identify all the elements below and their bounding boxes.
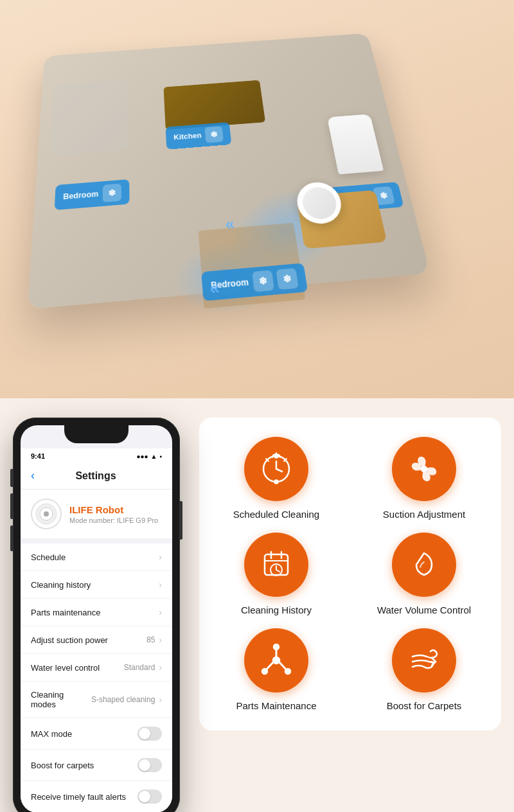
cleaning-modes-value: S-shaped cleaning bbox=[91, 695, 155, 704]
svg-point-6 bbox=[275, 455, 278, 458]
settings-item-water-level[interactable]: Water level control Standard › bbox=[21, 654, 172, 682]
kitchen-label-text: Kitchen bbox=[173, 132, 202, 142]
settings-list: Schedule › Cleaning history › Parts main… bbox=[21, 543, 172, 812]
room-label-bedroom-top: Bedroom ❄ bbox=[55, 179, 130, 210]
phone-button-power bbox=[180, 501, 182, 540]
cleaning-history-icon-circle bbox=[244, 533, 308, 597]
cleaning-history-label: Cleaning history bbox=[31, 580, 159, 590]
settings-item-max-mode[interactable]: MAX mode bbox=[21, 718, 172, 750]
clock-icon bbox=[260, 452, 293, 486]
battery-icon: ▪ bbox=[159, 453, 162, 460]
svg-point-24 bbox=[262, 669, 267, 674]
phone-notch bbox=[64, 425, 128, 443]
feature-parts-maintenance[interactable]: Parts Maintenance bbox=[212, 628, 341, 711]
water-volume-icon-circle bbox=[392, 533, 456, 597]
parts-maintenance-icon-circle bbox=[244, 628, 308, 693]
boost-carpets-toggle[interactable] bbox=[137, 758, 162, 772]
suction-power-chevron: › bbox=[159, 635, 162, 645]
parts-maintenance-chevron: › bbox=[159, 607, 162, 617]
cleaning-history-chevron: › bbox=[159, 579, 162, 590]
scheduled-cleaning-icon-circle bbox=[244, 437, 308, 501]
water-level-value: Standard bbox=[124, 663, 155, 672]
bottom-section: 9:41 ●●● ▲ ▪ ‹ Settings bbox=[0, 398, 514, 812]
parts-maintenance-label: Parts maintenance bbox=[31, 608, 159, 617]
gear-maintenance-icon bbox=[260, 644, 293, 677]
water-volume-label: Water Volume Control bbox=[377, 605, 471, 615]
boost-carpets-label: Boost for Carpets bbox=[387, 700, 462, 711]
room-label-kitchen: Kitchen ❄ bbox=[166, 122, 232, 150]
cleaning-modes-chevron: › bbox=[159, 694, 162, 705]
fault-alerts-toggle[interactable] bbox=[137, 790, 162, 804]
settings-header: ‹ Settings bbox=[21, 463, 172, 490]
device-name: ILIFE Robot bbox=[69, 504, 158, 515]
parts-maintenance-label: Parts Maintenance bbox=[236, 700, 316, 711]
svg-point-2 bbox=[44, 511, 49, 516]
device-icon bbox=[31, 499, 62, 529]
bedroom-bottom-icon-2: ❄ bbox=[276, 268, 298, 290]
fault-alerts-label: Receive timely fault alerts bbox=[31, 792, 137, 802]
settings-item-parts-maintenance[interactable]: Parts maintenance › bbox=[21, 599, 172, 626]
settings-item-cleaning-history[interactable]: Cleaning history › bbox=[21, 571, 172, 599]
scheduled-cleaning-label: Scheduled Cleaning bbox=[233, 509, 319, 520]
kitchen-counter bbox=[164, 80, 266, 130]
status-icons: ●●● ▲ ▪ bbox=[136, 453, 162, 460]
phone-button-volume-down bbox=[10, 525, 13, 551]
svg-line-5 bbox=[276, 469, 282, 472]
status-bar: 9:41 ●●● ▲ ▪ bbox=[21, 448, 172, 463]
max-mode-label: MAX mode bbox=[31, 729, 137, 739]
settings-item-boost-carpets[interactable]: Boost for carpets bbox=[21, 750, 172, 781]
svg-point-25 bbox=[285, 669, 290, 674]
settings-item-fault-alerts[interactable]: Receive timely fault alerts bbox=[21, 781, 172, 812]
feature-boost-carpets[interactable]: Boost for Carpets bbox=[360, 628, 488, 711]
water-icon bbox=[407, 548, 441, 581]
arrow-indicator-1: « bbox=[224, 215, 235, 234]
cleaning-history-label: Cleaning History bbox=[241, 605, 312, 615]
cleaning-modes-label: Cleaning modes bbox=[31, 690, 91, 709]
fan-icon bbox=[407, 452, 441, 486]
settings-title: Settings bbox=[42, 470, 149, 482]
settings-item-suction-power[interactable]: Adjust suction power 85 › bbox=[21, 626, 172, 654]
feature-water-volume[interactable]: Water Volume Control bbox=[360, 533, 488, 615]
phone-button-mute bbox=[10, 469, 13, 487]
max-mode-toggle[interactable] bbox=[137, 727, 162, 741]
signal-icon: ●●● bbox=[136, 453, 148, 460]
calendar-icon bbox=[260, 548, 293, 581]
suction-power-label: Adjust suction power bbox=[31, 635, 146, 645]
svg-point-7 bbox=[275, 481, 278, 484]
arrow-indicator-2: « bbox=[209, 278, 220, 299]
phone-screen: 9:41 ●●● ▲ ▪ ‹ Settings bbox=[21, 425, 172, 812]
wind-icon bbox=[407, 644, 441, 677]
room-visualization: Kitchen ❄ Bedroom ❄ Living room ❄ Bedroo… bbox=[39, 19, 475, 379]
phone-button-volume-up bbox=[10, 493, 13, 519]
docking-station bbox=[327, 114, 384, 174]
boost-carpets-label: Boost for carpets bbox=[31, 761, 137, 770]
device-details: ILIFE Robot Mode number: ILIFE G9 Pro bbox=[69, 504, 158, 524]
suction-power-value: 85 bbox=[146, 635, 155, 644]
features-grid: Scheduled Cleaning Suction Adjustment bbox=[199, 418, 501, 730]
robot-icon bbox=[35, 502, 58, 525]
boost-carpets-icon-circle bbox=[392, 628, 456, 693]
water-level-chevron: › bbox=[159, 662, 162, 673]
room-visualization-section: Kitchen ❄ Bedroom ❄ Living room ❄ Bedroo… bbox=[0, 0, 514, 398]
device-model: Mode number: ILIFE G9 Pro bbox=[69, 516, 158, 524]
bedroom-top-label-text: Bedroom bbox=[63, 190, 98, 201]
svg-point-23 bbox=[274, 644, 279, 649]
bedroom-bottom-icon: ❄ bbox=[252, 270, 274, 292]
schedule-chevron: › bbox=[159, 552, 162, 562]
suction-adjustment-icon-circle bbox=[392, 437, 456, 501]
bedroom-top-icon: ❄ bbox=[102, 184, 121, 202]
status-time: 9:41 bbox=[31, 452, 45, 460]
water-level-label: Water level control bbox=[31, 663, 124, 673]
settings-item-cleaning-modes[interactable]: Cleaning modes S-shaped cleaning › bbox=[21, 682, 172, 718]
feature-cleaning-history[interactable]: Cleaning History bbox=[212, 533, 341, 615]
svg-line-18 bbox=[276, 570, 279, 572]
settings-item-schedule[interactable]: Schedule › bbox=[21, 543, 172, 571]
floor-plan: Kitchen ❄ Bedroom ❄ Living room ❄ Bedroo… bbox=[28, 33, 430, 310]
back-button[interactable]: ‹ bbox=[31, 469, 35, 482]
phone-container: 9:41 ●●● ▲ ▪ ‹ Settings bbox=[13, 418, 186, 812]
feature-scheduled-cleaning[interactable]: Scheduled Cleaning bbox=[212, 437, 341, 520]
phone-mockup: 9:41 ●●● ▲ ▪ ‹ Settings bbox=[13, 418, 180, 812]
feature-suction-adjustment[interactable]: Suction Adjustment bbox=[360, 437, 488, 520]
kitchen-icon: ❄ bbox=[204, 126, 224, 143]
schedule-label: Schedule bbox=[31, 552, 159, 562]
